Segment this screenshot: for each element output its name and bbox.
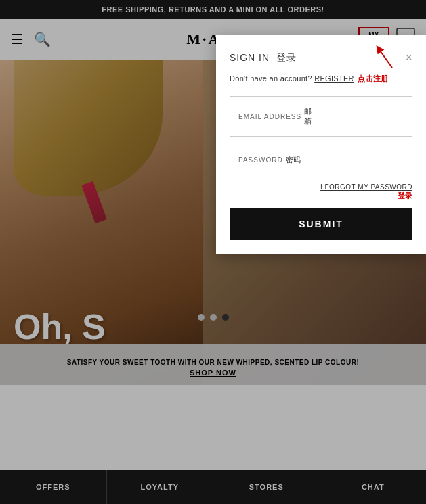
my-mac-arrow-annotation: [365, 42, 399, 72]
forgot-password-link[interactable]: I FORGOT MY PASSWORD: [320, 183, 412, 191]
register-line: Don't have an account? REGISTER 点击注册: [230, 74, 412, 84]
password-input[interactable]: [305, 156, 404, 164]
svg-line-2: [379, 49, 392, 68]
email-chinese-label: 邮箱: [304, 106, 312, 127]
password-input-row[interactable]: PASSWORD 密码: [230, 145, 412, 175]
sign-in-title-chinese: 登录: [276, 52, 297, 63]
forgot-password-row: I FORGOT MY PASSWORD: [230, 183, 412, 191]
password-chinese-label: 密码: [286, 155, 301, 165]
submit-button[interactable]: SUBMIT: [230, 208, 412, 240]
email-label: EMAIL ADDRESS: [238, 113, 301, 120]
sign-in-title-text: SIGN IN: [230, 52, 270, 63]
email-input-row[interactable]: EMAIL ADDRESS 邮箱: [230, 96, 412, 137]
login-annotation: 登录: [230, 191, 412, 201]
register-annotation: 点击注册: [358, 74, 388, 83]
register-link[interactable]: REGISTER: [314, 74, 354, 83]
register-prompt-text: Don't have an account?: [230, 74, 312, 83]
password-label: PASSWORD: [238, 156, 283, 164]
email-input[interactable]: [316, 112, 409, 120]
modal-close-button[interactable]: ×: [405, 51, 412, 64]
modal-title: SIGN IN 登录: [230, 51, 297, 64]
